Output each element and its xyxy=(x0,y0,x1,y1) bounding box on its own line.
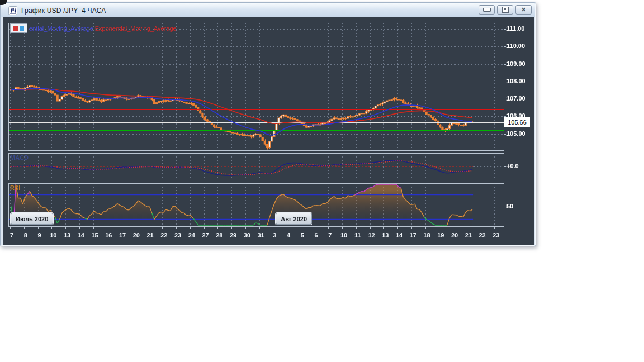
x-axis-label: 22 xyxy=(479,232,485,239)
x-axis-label: 7 xyxy=(328,232,332,239)
x-axis-label: 17 xyxy=(410,232,416,239)
x-axis-label: 10 xyxy=(50,232,56,239)
x-axis-label: 20 xyxy=(451,232,458,239)
x-axis-label: 3 xyxy=(273,232,276,239)
red-swatch-icon xyxy=(13,26,18,31)
ema-legend-label-1: ential_Moving_Average xyxy=(29,25,93,32)
x-axis-label: 20 xyxy=(133,232,140,239)
price-axis-label: 111.00 xyxy=(506,25,524,32)
ema-legend-label-2: Exponential_Moving_Average xyxy=(95,25,177,32)
x-axis-label: 27 xyxy=(202,232,209,239)
x-axis-label: 13 xyxy=(64,232,70,239)
x-axis-label: 11 xyxy=(354,232,361,239)
price-axis-label: 108.00 xyxy=(506,78,525,84)
x-axis-label: 24 xyxy=(188,232,195,239)
x-axis-label: 30 xyxy=(244,232,250,239)
chart-window: График USD /JPY 4 ЧАСА ✕ ential_Moving_A… xyxy=(0,2,536,246)
x-axis-label: 29 xyxy=(230,232,236,239)
x-axis-label: 31 xyxy=(257,232,264,239)
x-axis-label: 13 xyxy=(382,232,389,239)
current-price-badge: 105.66 xyxy=(504,117,530,127)
x-axis-label: 17 xyxy=(119,232,126,239)
x-axis-label: 15 xyxy=(91,232,98,239)
macd-zero-label: +0.0 xyxy=(506,163,519,169)
indicator-legend: ential_Moving_Average Exponential_Moving… xyxy=(10,23,177,33)
rsi-mid-label: 50 xyxy=(506,203,513,209)
x-axis-label: 9 xyxy=(37,232,41,239)
month-label: Авг 2020 xyxy=(276,213,312,225)
x-axis-label: 18 xyxy=(423,232,430,239)
rsi-panel-label: RSI xyxy=(10,184,20,191)
x-axis-label: 28 xyxy=(216,232,222,239)
x-axis-label: 4 xyxy=(287,232,290,239)
x-axis-label: 8 xyxy=(24,232,27,239)
x-axis-label: 14 xyxy=(396,232,402,239)
x-axis-label: 21 xyxy=(465,232,472,239)
blue-swatch-icon xyxy=(20,26,24,31)
x-axis-label: 7 xyxy=(10,232,13,239)
x-axis-label: 12 xyxy=(368,232,375,239)
x-axis-label: 6 xyxy=(314,232,318,239)
price-axis-label: 110.00 xyxy=(506,42,525,49)
price-axis-label: 109.00 xyxy=(506,60,525,67)
price-axis-label: 107.00 xyxy=(506,95,525,102)
x-axis-label: 14 xyxy=(78,232,84,239)
x-axis-label: 22 xyxy=(160,232,167,239)
chart-canvas[interactable] xyxy=(1,3,537,247)
desktop: График USD /JPY 4 ЧАСА ✕ ential_Moving_A… xyxy=(0,0,644,362)
macd-panel-label: MACD xyxy=(10,154,29,161)
x-axis-label: 19 xyxy=(437,232,444,239)
x-axis-label: 23 xyxy=(174,232,181,239)
x-axis-label: 5 xyxy=(301,232,304,239)
x-axis-label: 23 xyxy=(493,232,499,239)
x-axis-label: 10 xyxy=(340,232,347,239)
month-label: Июль 2020 xyxy=(11,213,53,225)
x-axis-label: 21 xyxy=(146,232,153,239)
legend-swatch-box[interactable] xyxy=(10,23,27,33)
price-axis-label: 105.00 xyxy=(506,130,525,137)
x-axis-label: 16 xyxy=(105,232,112,239)
